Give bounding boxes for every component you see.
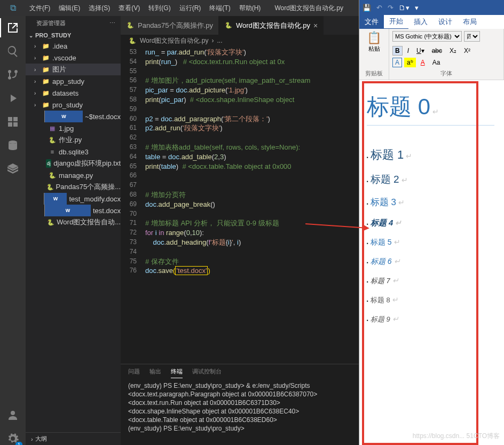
- word-window: 💾 ↶ ↷ 🗋▾ ▾ 文件开始插入设计布局 📋粘贴 剪贴板 MS Gothic …: [359, 0, 504, 445]
- run-debug-icon[interactable]: [6, 92, 19, 105]
- folder-icon: 📁: [42, 53, 50, 62]
- breadcrumb[interactable]: 🐍 Word图文报告自动化.py›...: [121, 35, 359, 46]
- activity-bar: 1: [0, 16, 26, 445]
- vscode-titlebar: ⧉ 文件(F)编辑(E)选择(S)查看(V)转到(G)运行(R)终端(T)帮助(…: [0, 0, 359, 16]
- panel-tab[interactable]: 问题: [128, 368, 140, 378]
- watermark: https://blog.csdn... 51CTO博客: [413, 432, 500, 441]
- more-icon[interactable]: ⋯: [109, 20, 115, 27]
- tree-item[interactable]: 🐍Word图文报告自动...: [26, 216, 121, 228]
- word-document[interactable]: 标题 0↵ ▪标题 1↵ ▪标题 2↵ ▪标题 3↵ ▪标题 4↵ ▪标题 5↵…: [359, 80, 504, 445]
- ribbon-tab[interactable]: 文件: [359, 15, 384, 29]
- menu-item[interactable]: 终端(T): [206, 2, 234, 15]
- outline-section[interactable]: ›大纲: [26, 432, 121, 445]
- svg-point-1: [11, 411, 15, 415]
- highlight-button[interactable]: aᵇ: [404, 58, 416, 67]
- italic-button[interactable]: I: [405, 46, 412, 56]
- panel-tab[interactable]: 调试控制台: [192, 368, 222, 378]
- menu-item[interactable]: 编辑(E): [55, 2, 84, 15]
- word-quick-access: 💾 ↶ ↷ 🗋▾ ▾: [359, 0, 504, 15]
- python-icon: 🐍: [224, 21, 233, 30]
- heading-3: ▪标题 3↵: [367, 196, 494, 208]
- py-icon: 🐍: [48, 171, 57, 179]
- tree-item[interactable]: 🐍作业.py: [26, 134, 121, 146]
- font-color-button[interactable]: A: [418, 58, 428, 67]
- heading-1: ▪标题 1↵: [367, 147, 494, 163]
- heading-8: ▪标题 8↵: [367, 295, 494, 305]
- tree-item[interactable]: ›📁datasets: [26, 87, 121, 99]
- undo-icon[interactable]: ↶: [376, 4, 382, 12]
- menu-item[interactable]: 查看(V): [115, 2, 144, 15]
- word-icon: W: [44, 111, 83, 122]
- terminal-body[interactable]: (env_study) PS E:\env_study\pro_study> &…: [121, 378, 359, 445]
- tree-item[interactable]: W~$test.docx: [26, 111, 121, 122]
- project-section[interactable]: ⌄PRO_STUDY: [26, 30, 121, 40]
- bold-button[interactable]: B: [392, 46, 403, 56]
- tree-item[interactable]: Wtest_modify.docx: [26, 193, 121, 205]
- img-icon: ▦: [48, 124, 57, 132]
- py-icon: 🐍: [48, 136, 57, 144]
- paste-button[interactable]: 粘贴: [363, 45, 385, 53]
- font-group-label: 字体: [392, 69, 500, 77]
- heading-6: ▪标题 6↵: [367, 257, 494, 267]
- heading-7: ▪标题 7↵: [367, 276, 494, 286]
- word-icon: W: [44, 193, 67, 205]
- clipboard-group-label: 剪贴板: [363, 69, 385, 77]
- code-editor[interactable]: 53run_ = par.add_run('段落文字块')54print(run…: [121, 46, 359, 364]
- explorer-icon[interactable]: [6, 21, 19, 34]
- extensions-icon[interactable]: [6, 115, 19, 128]
- tree-item[interactable]: djdjango虚拟环境pip.txt: [26, 158, 121, 169]
- menu-item[interactable]: 帮助(H): [235, 2, 265, 15]
- editor-tab[interactable]: 🐍Word图文报告自动化.py×: [219, 16, 324, 35]
- tree-item[interactable]: ›📁图片: [26, 64, 121, 75]
- ribbon-tab[interactable]: 插入: [408, 15, 433, 29]
- tree-item[interactable]: Wtest.docx: [26, 205, 121, 216]
- py-icon: 🐍: [47, 218, 54, 227]
- strike-button[interactable]: abc: [429, 46, 445, 56]
- terminal-panel: 问题输出终端调试控制台 (env_study) PS E:\env_study\…: [121, 364, 359, 445]
- tree-item[interactable]: ›📁pro_study: [26, 99, 121, 111]
- tree-item[interactable]: ≡db.sqlite3: [26, 146, 121, 158]
- font-size-select[interactable]: 四: [464, 31, 480, 42]
- qat-more-icon[interactable]: ▾: [415, 4, 419, 12]
- editor-area: 🐍Pandas75个高频操作.py🐍Word图文报告自动化.py× 🐍 Word…: [121, 16, 359, 445]
- search-icon[interactable]: [6, 45, 19, 58]
- font-family-select[interactable]: MS Gothic (中文标题): [392, 31, 462, 42]
- menu-item[interactable]: 运行(R): [176, 2, 205, 15]
- tree-item[interactable]: ▦1.jpg: [26, 122, 121, 134]
- editor-tab[interactable]: 🐍Pandas75个高频操作.py: [121, 16, 219, 35]
- tree-item[interactable]: ›📁.idea: [26, 40, 121, 52]
- subscript-button[interactable]: X₂: [447, 46, 459, 56]
- superscript-button[interactable]: X²: [461, 46, 473, 56]
- database-icon[interactable]: [6, 139, 19, 152]
- python-icon: 🐍: [126, 21, 135, 30]
- folder-icon: 📁: [42, 42, 50, 50]
- settings-gear-icon[interactable]: 1: [6, 432, 19, 445]
- ribbon-tab[interactable]: 开始: [384, 14, 408, 29]
- change-case-button[interactable]: Aa: [430, 58, 443, 67]
- menu-item[interactable]: 选择(S): [85, 2, 114, 15]
- close-icon[interactable]: ×: [313, 21, 318, 30]
- ribbon-tab[interactable]: 设计: [433, 15, 458, 29]
- heading-9: ▪标题 9↵: [367, 315, 494, 324]
- folder-icon: 📁: [42, 77, 50, 85]
- ribbon-tab[interactable]: 布局: [458, 15, 482, 29]
- word-icon: W: [44, 205, 91, 216]
- refresh-icon[interactable]: 🗋▾: [399, 4, 410, 12]
- tree-item[interactable]: ›📁app_study: [26, 75, 121, 87]
- menu-item[interactable]: 文件(F): [26, 2, 54, 15]
- stack-icon[interactable]: [6, 162, 19, 175]
- folder-icon: 📁: [42, 65, 50, 74]
- underline-button[interactable]: U▾: [414, 46, 427, 56]
- tree-item[interactable]: ›📁.vscode: [26, 52, 121, 64]
- heading-5: ▪标题 5↵: [367, 238, 494, 247]
- tree-item[interactable]: 🐍manage.py: [26, 169, 121, 181]
- redo-icon[interactable]: ↷: [388, 4, 393, 12]
- panel-tab[interactable]: 输出: [149, 368, 161, 378]
- text-effect-button[interactable]: A: [392, 58, 402, 67]
- panel-tab[interactable]: 终端: [171, 368, 183, 378]
- source-control-icon[interactable]: [6, 68, 19, 81]
- menu-item[interactable]: 转到(G): [145, 2, 174, 15]
- save-icon[interactable]: 💾: [363, 4, 371, 12]
- tree-item[interactable]: 🐍Pandas75个高频操...: [26, 181, 121, 193]
- account-icon[interactable]: [6, 409, 19, 421]
